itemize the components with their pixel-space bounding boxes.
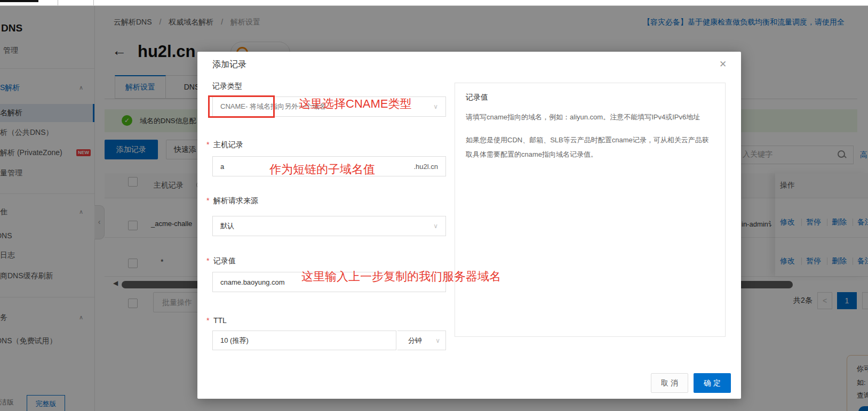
annotation-host-record: 作为短链的子域名值 bbox=[269, 162, 375, 178]
annotation-record-type: 这里选择CNAME类型 bbox=[299, 96, 411, 112]
screen: DNS 管理 S解析 ∧ 名解析 析（公共DNS） 解析 (PrivateZon… bbox=[0, 0, 868, 411]
ttl-unit-value: 分钟 bbox=[408, 336, 422, 345]
confirm-button[interactable]: 确 定 bbox=[694, 373, 731, 393]
help-panel-paragraph: 请填写cname指向的域名，例如：aliyun.com。注意不能填写IPv4或I… bbox=[466, 110, 714, 124]
host-record-suffix: .hu2l.cn bbox=[413, 163, 438, 171]
modal-title: 添加记录 bbox=[212, 59, 246, 70]
ttl-label: TTL bbox=[213, 316, 227, 325]
cancel-button[interactable]: 取 消 bbox=[651, 373, 688, 393]
annotation-record-value: 这里输入上一步复制的我们服务器域名 bbox=[301, 269, 501, 285]
chevron-down-icon: ∨ bbox=[433, 103, 438, 110]
annotation-box-record-type bbox=[208, 95, 275, 118]
ttl-input[interactable]: 10 (推荐) bbox=[212, 331, 396, 350]
host-record-label: 主机记录 bbox=[213, 140, 243, 150]
record-value-help-panel: 记录值 请填写cname指向的域名，例如：aliyun.com。注意不能填写IP… bbox=[455, 83, 726, 337]
resolution-source-value: 默认 bbox=[220, 221, 234, 231]
resolution-source-select[interactable]: 默认 ∨ bbox=[212, 216, 446, 236]
chevron-down-icon: ∨ bbox=[435, 337, 440, 344]
chevron-down-icon: ∨ bbox=[433, 222, 438, 230]
close-icon[interactable]: ✕ bbox=[719, 59, 727, 70]
top-strip bbox=[0, 0, 868, 6]
help-panel-paragraph: 如果您是使用CDN、邮箱、SLB等云产品时配置cname记录，可从相关云产品获取… bbox=[466, 133, 714, 162]
host-record-value: a bbox=[220, 163, 224, 171]
record-value-label: 记录值 bbox=[213, 256, 236, 266]
add-record-modal: 添加记录 ✕ 记录类型 CNAME- 将域名指向另外一个域名 ∨ * 主机记录 … bbox=[197, 52, 741, 399]
ttl-value: 10 (推荐) bbox=[220, 336, 249, 345]
help-panel-title: 记录值 bbox=[466, 93, 714, 102]
resolution-source-label: 解析请求来源 bbox=[213, 196, 258, 206]
record-value-value: cname.baoyung.com bbox=[220, 278, 285, 286]
ttl-unit-select[interactable]: 分钟 ∨ bbox=[397, 331, 446, 350]
record-type-label: 记录类型 bbox=[212, 82, 242, 91]
